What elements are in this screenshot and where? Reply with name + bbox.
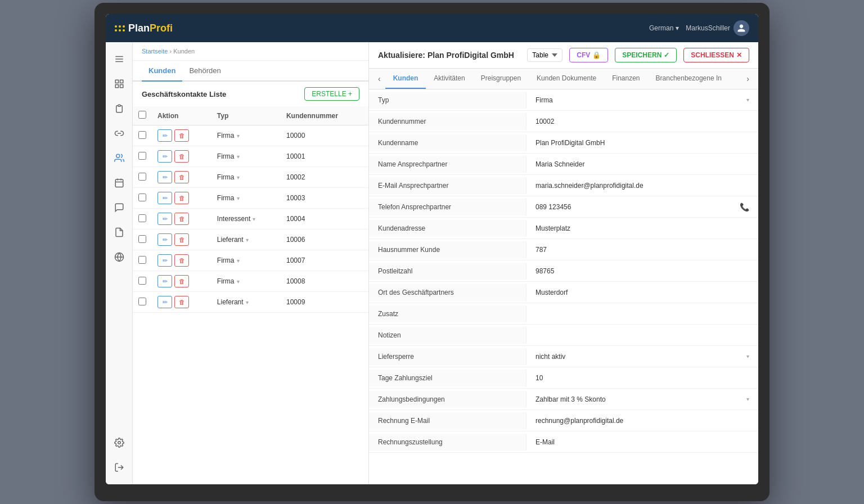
detail-tab-dokumente[interactable]: Kunden Dokumente (529, 69, 604, 89)
form-label-11: Notizen (369, 327, 526, 344)
form-value-text-8: 98765 (536, 267, 554, 275)
detail-tab-kunden[interactable]: Kunden (385, 69, 426, 89)
edit-button-1[interactable]: ✏ (158, 150, 172, 163)
table-row: ✏ 🗑 Firma ▾ 10003 (133, 188, 368, 209)
delete-button-4[interactable]: 🗑 (174, 213, 189, 225)
edit-button-7[interactable]: ✏ (158, 275, 172, 287)
number-cell-5: 10006 (281, 230, 368, 250)
csv-button[interactable]: CFV 🔒 (569, 48, 608, 62)
detail-tab-aktivitaeten[interactable]: Aktivitäten (426, 69, 472, 89)
sidebar-icon-document[interactable] (109, 222, 129, 242)
row-checkbox-4[interactable] (138, 214, 146, 222)
form-value-select-14[interactable]: Zahlbar mit 3 % Skonto ▾ (536, 395, 749, 403)
number-cell-7: 10008 (281, 271, 368, 292)
type-cell-0: Firma ▾ (217, 132, 275, 140)
tabs-prev[interactable]: ‹ (374, 70, 385, 88)
delete-button-5[interactable]: 🗑 (174, 233, 189, 246)
form-row-3: Name Ansprechpartner Maria Schneider (369, 154, 758, 175)
form-row-10: Zusatz (369, 303, 758, 325)
close-button[interactable]: SCHLIESSEN ✕ (683, 48, 749, 62)
view-select[interactable]: Table (527, 48, 562, 62)
action-buttons-2: ✏ 🗑 (158, 171, 206, 183)
list-header: Geschäftskontakte Liste ERSTELLE + (133, 82, 368, 106)
edit-button-2[interactable]: ✏ (158, 171, 172, 183)
form-value-7: 787 (526, 241, 758, 258)
avatar (734, 20, 749, 36)
delete-button-7[interactable]: 🗑 (174, 275, 189, 287)
row-checkbox-5[interactable] (138, 235, 146, 243)
form-value-text-1: 10002 (536, 118, 554, 125)
tab-kunden[interactable]: Kunden (142, 61, 182, 82)
form-value-select-0[interactable]: Firma ▾ (536, 96, 749, 104)
row-checkbox-7[interactable] (138, 277, 146, 285)
delete-button-8[interactable]: 🗑 (174, 296, 189, 308)
delete-button-1[interactable]: 🗑 (174, 150, 189, 163)
type-cell-4: Interessent ▾ (217, 215, 275, 223)
tab-behoerden[interactable]: Behörden (182, 61, 227, 82)
breadcrumb: Startseite › Kunden (133, 42, 368, 61)
sidebar-icon-globe[interactable] (109, 247, 129, 267)
delete-button-2[interactable]: 🗑 (174, 171, 189, 183)
form-row-4: E-Mail Ansprechpartner maria.schneider@p… (369, 175, 758, 196)
row-checkbox-1[interactable] (138, 152, 146, 160)
sidebar-icon-menu[interactable] (109, 49, 129, 69)
form-value-text-9: Musterdorf (536, 289, 568, 296)
form-value-text-4: maria.schneider@planprofidigital.de (536, 182, 644, 190)
sidebar-icon-logout[interactable] (109, 457, 129, 478)
select-all-checkbox[interactable] (138, 111, 146, 119)
table-row: ✏ 🗑 Firma ▾ 10000 (133, 125, 368, 146)
row-checkbox-2[interactable] (138, 173, 146, 181)
delete-button-6[interactable]: 🗑 (174, 254, 189, 267)
breadcrumb-home[interactable]: Startseite (142, 48, 168, 55)
edit-button-3[interactable]: ✏ (158, 192, 172, 204)
form-value-9: Musterdorf (526, 284, 758, 301)
delete-button-0[interactable]: 🗑 (174, 129, 189, 142)
type-chevron-2: ▾ (237, 174, 240, 181)
create-button[interactable]: ERSTELLE + (304, 87, 359, 101)
edit-button-6[interactable]: ✏ (158, 254, 172, 267)
number-cell-0: 10000 (281, 125, 368, 146)
type-chevron-4: ▾ (253, 216, 255, 222)
logo-dot (119, 25, 121, 28)
type-value-7: Firma (217, 277, 235, 285)
tabs-next[interactable]: › (742, 70, 754, 88)
sidebar-icon-calendar[interactable] (109, 173, 129, 193)
form-value-16: E-Mail (526, 434, 758, 451)
action-buttons-1: ✏ 🗑 (158, 150, 206, 163)
form-label-9: Ort des Geschäftpartners (369, 284, 526, 301)
sidebar-icon-settings[interactable] (109, 433, 129, 453)
logo-dot (123, 29, 125, 32)
form-value-0[interactable]: Firma ▾ (526, 92, 758, 109)
action-buttons-7: ✏ 🗑 (158, 275, 206, 287)
row-checkbox-0[interactable] (138, 131, 146, 139)
sidebar-icon-chat[interactable] (109, 197, 129, 218)
detail-tab-finanzen[interactable]: Finanzen (604, 69, 647, 89)
row-checkbox-8[interactable] (138, 298, 146, 305)
form-value-select-12[interactable]: nicht aktiv ▾ (536, 353, 749, 361)
sidebar-icon-users[interactable] (109, 148, 129, 168)
detail-tab-preisgruppen[interactable]: Preisgruppen (473, 69, 529, 89)
form-value-2: Plan ProfiDigital GmbH (526, 134, 758, 151)
form-value-12[interactable]: nicht aktiv ▾ (526, 348, 758, 365)
row-checkbox-3[interactable] (138, 194, 146, 201)
form-value-3: Maria Schneider (526, 156, 758, 173)
edit-button-4[interactable]: ✏ (158, 213, 172, 225)
edit-button-5[interactable]: ✏ (158, 233, 172, 246)
chevron-down-icon-14: ▾ (746, 396, 749, 402)
table-row: ✏ 🗑 Interessent ▾ 10004 (133, 209, 368, 230)
save-button[interactable]: SPEICHERN ✓ (615, 48, 677, 62)
sidebar-icon-orders[interactable] (109, 123, 129, 143)
list-title: Geschäftskontakte Liste (142, 90, 226, 98)
form-value-14[interactable]: Zahlbar mit 3 % Skonto ▾ (526, 391, 758, 408)
type-value-2: Firma (217, 173, 235, 181)
edit-button-0[interactable]: ✏ (158, 129, 172, 142)
detail-tab-branche[interactable]: Branchenbezogene In (648, 69, 730, 89)
sidebar-icon-clipboard[interactable] (109, 98, 129, 119)
sidebar-icon-dashboard[interactable] (109, 74, 129, 94)
language-selector[interactable]: German ▾ (649, 24, 679, 32)
user-menu[interactable]: MarkusSchiller (686, 20, 749, 36)
row-checkbox-6[interactable] (138, 256, 146, 264)
table-row: ✏ 🗑 Firma ▾ 10002 (133, 167, 368, 188)
delete-button-3[interactable]: 🗑 (174, 192, 189, 204)
edit-button-8[interactable]: ✏ (158, 296, 172, 308)
